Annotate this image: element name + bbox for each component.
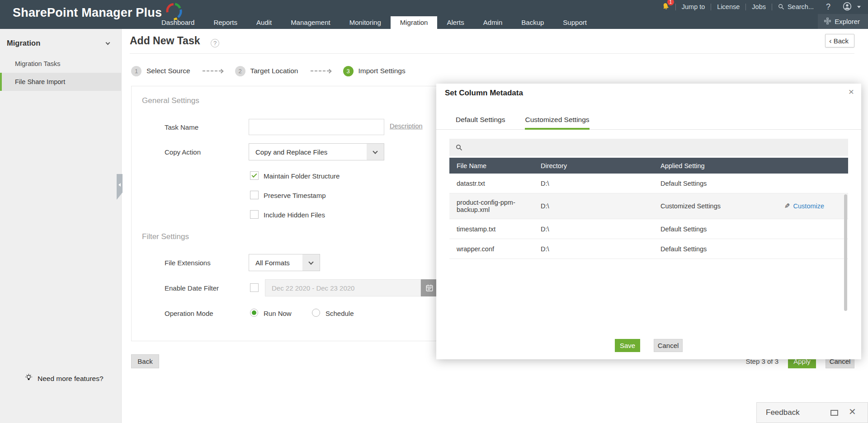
- sidebar-item-migration-tasks[interactable]: Migration Tasks: [0, 55, 121, 73]
- step-select-source: 1 Select Source: [131, 66, 190, 76]
- table-row[interactable]: datastr.txt D:\ Default Settings: [449, 174, 848, 193]
- metadata-table: File Name Directory Applied Setting data…: [449, 158, 848, 259]
- close-icon[interactable]: ×: [849, 86, 854, 97]
- jump-to-menu[interactable]: Jump to: [676, 3, 711, 10]
- nav-migration[interactable]: Migration: [391, 16, 438, 29]
- notifications-button[interactable]: 1: [656, 2, 675, 12]
- sidebar-item-file-share-import[interactable]: File Share Import: [0, 73, 121, 91]
- date-range-input: Dec 22 2020 - Dec 23 2020: [265, 279, 421, 296]
- search-label: Search...: [788, 3, 814, 10]
- need-more-features-label: Need more features?: [38, 375, 104, 383]
- step-label: Target Location: [250, 67, 298, 75]
- save-button[interactable]: Save: [615, 339, 640, 352]
- cell-actions: ✎ Customize: [777, 202, 848, 210]
- step-target-location: 2 Target Location: [235, 66, 298, 76]
- chevron-left-icon: [118, 183, 121, 187]
- nav-admin[interactable]: Admin: [474, 16, 512, 29]
- feedback-label: Feedback: [766, 408, 800, 417]
- preserve-timestamp-label: Preserve Timestamp: [264, 192, 326, 199]
- maintain-folder-structure-label: Maintain Folder Structure: [264, 172, 340, 180]
- explorer-label: Explorer: [835, 18, 860, 25]
- wizard-steps: 1 Select Source 2 Target Location 3 Impo…: [131, 65, 406, 77]
- table-row[interactable]: timestamp.txt D:\ Default Settings: [449, 219, 848, 239]
- col-file-name: File Name: [449, 162, 533, 169]
- copy-action-label: Copy Action: [165, 148, 201, 156]
- chevron-down-icon: [106, 40, 110, 45]
- divider: [130, 53, 854, 54]
- step-number: 3: [343, 66, 354, 76]
- sidebar-section-migration[interactable]: Migration: [0, 29, 121, 55]
- schedule-radio[interactable]: [312, 309, 320, 317]
- enable-date-filter-checkbox[interactable]: [250, 283, 259, 292]
- page-title: Add New Task: [130, 35, 200, 47]
- back-button-bottom[interactable]: Back: [131, 354, 159, 368]
- customize-link[interactable]: Customize: [793, 202, 825, 210]
- cell-directory: D:\: [533, 180, 653, 187]
- nav-monitoring[interactable]: Monitoring: [340, 16, 391, 29]
- search-icon: [778, 4, 784, 10]
- nav-support[interactable]: Support: [553, 16, 596, 29]
- notification-badge: 1: [667, 0, 674, 5]
- explorer-icon: [824, 18, 831, 26]
- calendar-icon[interactable]: [421, 279, 438, 296]
- cell-file-name: timestamp.txt: [449, 226, 533, 233]
- file-extensions-label: File Extensions: [165, 259, 211, 267]
- file-extensions-select[interactable]: All Formats: [249, 254, 320, 271]
- close-icon[interactable]: ✕: [849, 406, 856, 417]
- tab-default-settings[interactable]: Default Settings: [456, 110, 505, 129]
- maintain-folder-structure-checkbox[interactable]: [250, 171, 259, 180]
- need-more-features[interactable]: Need more features?: [0, 373, 121, 384]
- run-now-radio[interactable]: [250, 309, 258, 317]
- back-button-top[interactable]: ‹ Back: [825, 34, 854, 47]
- nav-audit[interactable]: Audit: [247, 16, 281, 29]
- main-nav: Dashboard Reports Audit Management Monit…: [152, 16, 596, 29]
- set-column-metadata-dialog: Set Column Metadata × Default Settings C…: [436, 84, 861, 359]
- preserve-timestamp-checkbox[interactable]: [250, 191, 259, 199]
- cell-directory: D:\: [533, 226, 653, 233]
- page-help-icon[interactable]: ?: [211, 39, 219, 47]
- explorer-button[interactable]: Explorer: [818, 14, 868, 29]
- table-row[interactable]: product-config-ppm-backup.xml D:\ Custom…: [449, 193, 848, 219]
- enable-date-filter-label: Enable Date Filter: [165, 284, 219, 292]
- pencil-icon: ✎: [784, 202, 790, 210]
- cell-applied-setting: Customized Settings: [653, 202, 777, 210]
- schedule-label: Schedule: [326, 310, 354, 317]
- search-input[interactable]: [466, 139, 848, 156]
- tab-customized-settings[interactable]: Customized Settings: [525, 110, 589, 129]
- nav-management[interactable]: Management: [281, 16, 340, 29]
- nav-dashboard[interactable]: Dashboard: [152, 16, 204, 29]
- table-search-bar[interactable]: [449, 139, 848, 156]
- nav-reports[interactable]: Reports: [204, 16, 247, 29]
- sidebar: Migration Migration Tasks File Share Imp…: [0, 29, 122, 423]
- table-scrollbar[interactable]: [844, 194, 847, 311]
- license-menu[interactable]: License: [711, 3, 745, 10]
- cell-file-name: datastr.txt: [449, 180, 533, 187]
- user-account-menu[interactable]: [837, 2, 864, 12]
- user-avatar-icon: [843, 2, 852, 12]
- jobs-menu[interactable]: Jobs: [746, 3, 772, 10]
- operation-mode-label: Operation Mode: [165, 310, 213, 317]
- copy-action-select[interactable]: Copy and Replace Files: [249, 143, 384, 160]
- maximize-icon[interactable]: [830, 410, 838, 416]
- nav-backup[interactable]: Backup: [512, 16, 553, 29]
- step-label: Select Source: [146, 67, 190, 75]
- col-applied-setting: Applied Setting: [653, 162, 777, 169]
- feedback-widget: Feedback ✕: [756, 402, 868, 423]
- global-search[interactable]: Search...: [772, 3, 820, 10]
- check-icon: [251, 172, 257, 178]
- task-name-input[interactable]: [249, 119, 384, 135]
- step-label: Import Settings: [359, 67, 406, 75]
- cell-applied-setting: Default Settings: [653, 245, 777, 253]
- description-link[interactable]: Description: [390, 122, 423, 130]
- task-name-label: Task Name: [165, 123, 198, 131]
- include-hidden-files-label: Include Hidden Files: [264, 211, 325, 219]
- step-number: 2: [235, 66, 245, 76]
- nav-alerts[interactable]: Alerts: [437, 16, 473, 29]
- include-hidden-files-checkbox[interactable]: [250, 210, 259, 219]
- dialog-cancel-button[interactable]: Cancel: [654, 339, 683, 352]
- top-bar: SharePoint Manager Plus 1 Jump t: [0, 0, 868, 29]
- table-row[interactable]: wrapper.conf D:\ Default Settings: [449, 239, 848, 259]
- help-button[interactable]: ?: [820, 2, 837, 12]
- sidebar-section-title: Migration: [7, 39, 40, 47]
- chevron-down-icon: [302, 254, 320, 271]
